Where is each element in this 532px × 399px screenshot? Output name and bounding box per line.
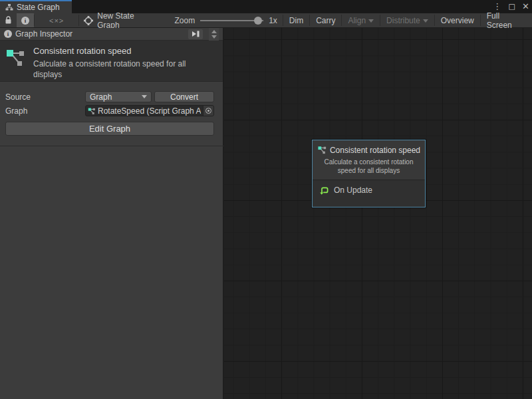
graph-icon [88, 107, 96, 115]
stepper-up-icon[interactable] [211, 30, 217, 33]
source-value: Graph [90, 92, 112, 102]
node-event-label: On Update [334, 186, 372, 195]
graph-title: Consistent rotation speed [33, 46, 214, 56]
carry-button[interactable]: Carry [310, 13, 341, 27]
node-event-row[interactable]: On Update [313, 180, 425, 207]
code-icon: <×> [49, 17, 64, 25]
graph-summary-box: Consistent rotation speed Calculate a co… [0, 41, 223, 82]
zoom-slider[interactable] [200, 17, 263, 25]
info-icon: i [4, 30, 12, 38]
toolbar: i <×> New State Graph Zoom 1x Dim [0, 13, 532, 28]
chevron-down-icon [142, 95, 147, 98]
inspector-header: i Graph Inspector [0, 28, 223, 41]
dim-button[interactable]: Dim [283, 13, 309, 27]
overview-button[interactable]: Overview [435, 13, 480, 27]
graph-icon [317, 146, 327, 154]
window-tab-bar: State Graph ⋮ ◻ ✕ [0, 0, 532, 13]
tab-state-graph[interactable]: State Graph [0, 0, 72, 13]
code-preview-toggle[interactable]: <×> [35, 13, 78, 27]
node-header: Consistent rotation speed Calculate a co… [313, 140, 425, 180]
lock-icon[interactable] [0, 13, 17, 27]
dock-panel-button[interactable] [188, 29, 203, 39]
object-picker-icon[interactable] [203, 106, 213, 116]
zoom-label: Zoom [175, 16, 196, 25]
inspector-toggle-button[interactable]: i [17, 13, 34, 27]
on-update-icon [319, 185, 329, 196]
distribute-dropdown: Distribute [380, 13, 434, 27]
graph-icon [5, 47, 27, 68]
graph-row: Graph RotateSpeed (Script Graph A [0, 104, 223, 118]
chevron-down-icon [368, 19, 374, 23]
state-node-consistent-rotation[interactable]: Consistent rotation speed Calculate a co… [312, 140, 426, 207]
node-title: Consistent rotation speed [330, 146, 420, 155]
source-dropdown[interactable]: Graph [85, 91, 152, 102]
state-graph-icon [5, 3, 13, 11]
graph-canvas[interactable]: Consistent rotation speed Calculate a co… [224, 28, 532, 399]
chevron-down-icon [423, 19, 428, 23]
inspector-title: Graph Inspector [15, 29, 185, 39]
convert-button[interactable]: Convert [154, 91, 214, 102]
graph-description: Calculate a consistent rotation speed fo… [33, 59, 214, 80]
panel-stepper[interactable] [209, 28, 219, 41]
tab-label: State Graph [17, 3, 60, 12]
info-icon: i [21, 17, 29, 25]
graph-field-label: Graph [5, 106, 27, 116]
edit-graph-button[interactable]: Edit Graph [5, 122, 214, 136]
full-screen-button[interactable]: Full Screen [481, 13, 532, 27]
new-state-graph-button[interactable]: New State Graph [79, 13, 161, 27]
node-description: Calculate a consistent rotation speed fo… [317, 158, 421, 175]
graph-object-value: RotateSpeed (Script Graph A [98, 106, 201, 116]
graph-inspector-panel: i Graph Inspector Consistent rotation sp… [0, 28, 224, 399]
source-label: Source [5, 92, 31, 102]
divider [0, 146, 224, 146]
new-state-graph-label: New State Graph [97, 11, 156, 30]
zoom-value: 1x [269, 16, 277, 25]
new-graph-icon [84, 16, 93, 25]
zoom-slider-handle[interactable] [254, 17, 262, 25]
zoom-control: Zoom 1x [170, 13, 283, 27]
align-dropdown: Align [342, 13, 380, 27]
stepper-down-icon[interactable] [211, 35, 217, 39]
graph-object-field[interactable]: RotateSpeed (Script Graph A [85, 105, 214, 116]
source-row: Source Graph Convert [0, 90, 223, 104]
